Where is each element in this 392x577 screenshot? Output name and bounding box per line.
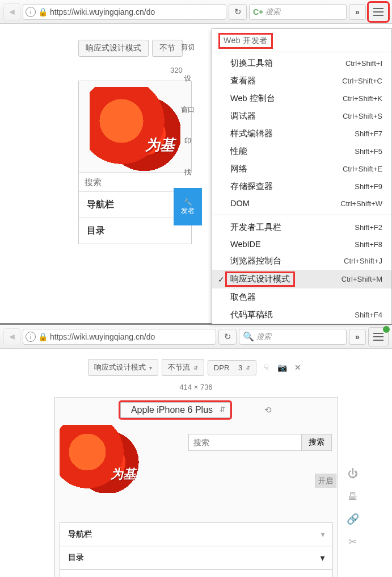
rdm-device-select-2[interactable]: 响应式设计模式▾ xyxy=(88,359,158,376)
search-engine-icon[interactable]: C+ xyxy=(253,7,263,16)
reload-button[interactable]: ↻ xyxy=(229,4,247,20)
dev-menu-shortcut: Ctrl+Shift+W xyxy=(340,199,382,208)
info-icon[interactable]: i xyxy=(26,7,36,17)
dev-menu-shortcut: Ctrl+Shift+I xyxy=(345,59,382,68)
print-icon[interactable]: 🖶 xyxy=(344,488,361,505)
search-placeholder: 搜索 xyxy=(265,7,280,17)
dev-menu-label: DOM xyxy=(230,199,250,208)
magnify-icon: 🔍 xyxy=(243,331,254,342)
rdm-dpr-select[interactable]: DPR 3⇵ xyxy=(208,360,256,375)
dev-menu-item[interactable]: 代码草稿纸Shift+F4 xyxy=(212,306,391,324)
device-dropdown[interactable]: Apple iPhone 6 Plus xyxy=(120,402,230,418)
dev-menu-shortcut: Ctrl+Shift+E xyxy=(343,165,382,173)
dev-menu-header: Web 开发者 xyxy=(212,29,391,53)
dev-menu-shortcut: Ctrl+Shift+S xyxy=(343,112,382,120)
upper-viewport: 响应式设计模式 不节 320 导航栏 目录 剪切 设 窗口 印 找 🔧发者 We… xyxy=(0,24,392,325)
device-preview-frame: Apple iPhone 6 Plus ⟲ 搜索 开启 导航栏▾ 目录▾ 以知为… xyxy=(54,397,338,577)
hamburger-icon xyxy=(373,11,383,12)
dev-menu-item[interactable]: DOMCtrl+Shift+W xyxy=(212,195,391,211)
dev-menu-item[interactable]: 存储探查器Shift+F9 xyxy=(212,178,391,195)
dev-menu-shortcut: Ctrl+Shift+M xyxy=(342,275,382,283)
dev-menu-item[interactable]: 调试器Ctrl+Shift+S xyxy=(212,107,391,125)
dev-menu-label: 切换工具箱 xyxy=(230,58,273,69)
dev-menu-label: 存储探查器 xyxy=(230,181,273,192)
search-box-2[interactable]: 🔍 搜索 xyxy=(239,329,347,345)
url-text: https://wiki.wuyingqiang.cn/do xyxy=(50,7,224,16)
dev-menu-label: 样式编辑器 xyxy=(230,128,273,139)
dev-menu-item[interactable]: 切换工具箱Ctrl+Shift+I xyxy=(212,55,391,72)
address-bar[interactable]: i 🔒 https://wiki.wuyingqiang.cn/do xyxy=(23,4,226,20)
dev-menu-label: 调试器 xyxy=(230,111,256,122)
dev-menu-label: 取色器 xyxy=(230,292,256,303)
search-placeholder-2: 搜索 xyxy=(256,332,271,342)
close-rdm-icon[interactable]: ✕ xyxy=(292,363,304,372)
back-button-2[interactable]: ◄ xyxy=(3,328,20,345)
dev-menu-item[interactable]: 网络Ctrl+Shift+E xyxy=(212,160,391,178)
dev-menu-shortcut: Shift+F8 xyxy=(355,240,382,249)
dev-menu-label: 开发者工具栏 xyxy=(230,222,281,233)
browser-side-tools: ⏻ 🖶 🔗 ✂ xyxy=(342,465,364,550)
hamburger-icon-2 xyxy=(373,336,383,337)
lock-icon-2: 🔒 xyxy=(38,332,48,341)
menu-settings[interactable]: 设 xyxy=(174,63,202,94)
menu-window[interactable]: 窗口 xyxy=(174,94,202,126)
dev-menu-item[interactable]: 取色器 xyxy=(212,288,391,306)
hamburger-menu-button[interactable] xyxy=(368,2,389,22)
dev-menu-shortcut: Shift+F4 xyxy=(355,311,382,319)
dev-menu-label: Web 控制台 xyxy=(230,93,275,104)
nav-accordion[interactable]: 导航栏▾ xyxy=(60,522,333,546)
chevron-down-icon: ▾ xyxy=(321,553,324,562)
dev-menu-item[interactable]: WebIDEShift+F8 xyxy=(212,236,391,252)
preview-search-input-2[interactable] xyxy=(188,434,302,451)
open-tab[interactable]: 开启 xyxy=(315,474,336,488)
dev-menu-item[interactable]: ✓响应式设计模式Ctrl+Shift+M xyxy=(212,270,391,288)
preview-search-button[interactable]: 搜索 xyxy=(302,434,332,451)
chevron-down-icon: ▾ xyxy=(321,530,324,538)
dev-menu-label: WebIDE xyxy=(230,240,261,249)
logo-image-2 xyxy=(60,425,139,493)
dev-menu-label: 网络 xyxy=(230,164,247,174)
browser-toolbar-top: ◄ i 🔒 https://wiki.wuyingqiang.cn/do ↻ C… xyxy=(0,0,392,24)
dev-menu-shortcut: Ctrl+Shift+C xyxy=(342,77,382,85)
reload-button-2[interactable]: ↻ xyxy=(218,329,237,345)
power-icon[interactable]: ⏻ xyxy=(344,465,361,482)
menu-find[interactable]: 找 xyxy=(174,157,202,188)
dev-menu-label: 响应式设计模式 xyxy=(227,273,293,285)
back-button[interactable]: ◄ xyxy=(3,3,20,20)
rotate-icon[interactable]: ⟲ xyxy=(264,405,272,415)
dev-menu-label: 查看器 xyxy=(230,76,256,86)
overflow-button[interactable]: » xyxy=(349,4,366,20)
menu-developer[interactable]: 🔧发者 xyxy=(174,188,202,225)
dev-menu-label: 代码草稿纸 xyxy=(230,310,273,320)
menu-cut[interactable]: 剪切 xyxy=(174,32,202,63)
hamburger-menu-button-2[interactable] xyxy=(368,327,389,346)
info-icon-2[interactable]: i xyxy=(26,332,36,342)
dev-menu-shortcut: Shift+F5 xyxy=(355,147,382,156)
dev-menu-label: 性能 xyxy=(230,146,247,157)
dev-menu-item[interactable]: 查看器Ctrl+Shift+C xyxy=(212,72,391,90)
menu-print[interactable]: 印 xyxy=(174,126,202,157)
rdm-throttle-select-2[interactable]: 不节流⇵ xyxy=(162,359,204,376)
dev-menu-item[interactable]: 浏览器控制台Ctrl+Shift+J xyxy=(212,252,391,270)
dev-menu-shortcut: Ctrl+Shift+K xyxy=(343,94,382,103)
link-icon[interactable]: 🔗 xyxy=(344,511,361,528)
dev-menu-shortcut: Shift+F7 xyxy=(355,129,382,138)
rdm-dimensions-2: 414 × 736 xyxy=(0,379,392,397)
dev-menu-item[interactable]: Web 控制台Ctrl+Shift+K xyxy=(212,90,391,107)
web-developer-menu: Web 开发者 切换工具箱Ctrl+Shift+I查看器Ctrl+Shift+C… xyxy=(212,28,392,324)
address-bar-2[interactable]: i 🔒 https://wiki.wuyingqiang.cn/do xyxy=(23,329,216,345)
overflow-button-2[interactable]: » xyxy=(349,329,366,345)
screenshot-icon[interactable]: 📷 xyxy=(276,363,288,372)
dev-menu-shortcut: Ctrl+Shift+J xyxy=(344,257,382,265)
dev-menu-item[interactable]: 样式编辑器Shift+F7 xyxy=(212,125,391,143)
dev-menu-label: 浏览器控制台 xyxy=(230,256,281,266)
dev-menu-item[interactable]: 开发者工具栏Shift+F2 xyxy=(212,219,391,236)
update-badge-icon xyxy=(383,326,390,333)
cut-icon[interactable]: ✂ xyxy=(344,533,361,550)
toc-accordion[interactable]: 目录▾ xyxy=(60,546,333,570)
touch-icon[interactable]: ☟ xyxy=(260,363,272,372)
dev-menu-item[interactable]: 性能Shift+F5 xyxy=(212,143,391,160)
search-box[interactable]: C+ 搜索 xyxy=(249,4,347,20)
rdm-device-select[interactable]: 响应式设计模式 xyxy=(78,40,149,57)
lower-viewport: 响应式设计模式▾ 不节流⇵ DPR 3⇵ ☟ 📷 ✕ 414 × 736 App… xyxy=(0,349,392,577)
